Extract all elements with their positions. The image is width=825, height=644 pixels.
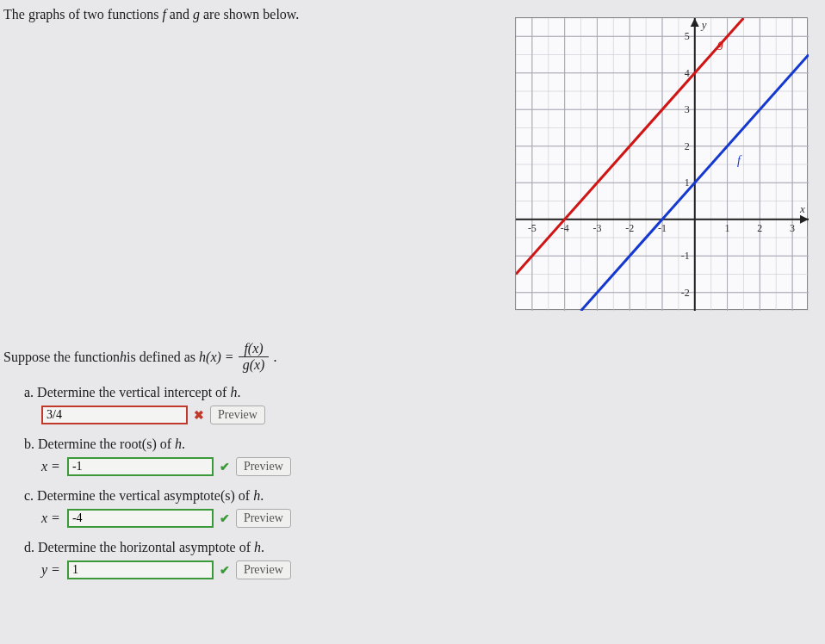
def-num: f(x)	[239, 341, 268, 357]
svg-text:-2: -2	[681, 287, 690, 299]
intro-g: g	[193, 7, 200, 22]
qb-fn: h	[175, 437, 182, 451]
def-den: g(x)	[238, 357, 270, 373]
eq-prefix-c: x =	[41, 511, 60, 526]
svg-marker-55	[800, 215, 809, 224]
qa-end: .	[237, 385, 240, 399]
graph-panel: -5-4-3-2-1123-2-112345xygf	[515, 17, 808, 310]
qd-label: d. Determine the horizontal asymptote of	[24, 540, 254, 554]
def-h: h	[120, 350, 127, 365]
question-a: a. Determine the vertical intercept of h…	[24, 385, 825, 400]
question-c: c. Determine the vertical asymptote(s) o…	[24, 488, 825, 504]
svg-text:g: g	[717, 37, 723, 50]
answer-input-c[interactable]	[67, 509, 214, 528]
svg-text:-2: -2	[625, 222, 634, 234]
def-fraction: f(x) g(x)	[238, 341, 270, 373]
svg-text:3: 3	[790, 222, 795, 234]
svg-text:3: 3	[685, 103, 690, 115]
preview-button[interactable]: Preview	[236, 457, 291, 476]
answer-row-b: x = ✔ Preview	[41, 457, 825, 476]
mark-right-icon: ✔	[219, 511, 231, 526]
answer-input-a[interactable]	[41, 406, 188, 424]
qb-label: b. Determine the root(s) of	[24, 437, 175, 451]
mark-right-icon: ✔	[219, 460, 231, 474]
svg-text:-1: -1	[681, 250, 690, 262]
def-prefix: Suppose the function	[3, 350, 120, 365]
svg-text:f: f	[737, 154, 742, 167]
mark-right-icon: ✔	[219, 563, 231, 578]
qc-fn: h	[253, 488, 260, 503]
svg-text:2: 2	[685, 140, 690, 152]
qd-end: .	[261, 540, 264, 554]
mark-wrong-icon: ✖	[193, 408, 205, 423]
question-d: d. Determine the horizontal asymptote of…	[24, 540, 825, 555]
function-graph: -5-4-3-2-1123-2-112345xygf	[516, 18, 809, 311]
svg-text:1: 1	[685, 176, 690, 189]
svg-text:2: 2	[757, 222, 762, 234]
svg-text:1: 1	[725, 222, 730, 234]
svg-text:-5: -5	[528, 222, 537, 234]
eq-prefix-d: y =	[41, 562, 60, 578]
definition-line: Suppose the function h is defined as h(x…	[3, 341, 825, 373]
preview-button[interactable]: Preview	[236, 509, 291, 528]
answer-row-c: x = ✔ Preview	[41, 509, 825, 528]
qb-end: .	[182, 437, 185, 451]
svg-text:4: 4	[685, 67, 690, 79]
qd-fn: h	[254, 540, 261, 554]
svg-text:5: 5	[685, 30, 690, 42]
def-mid: is defined as	[127, 350, 195, 365]
qc-label: c. Determine the vertical asymptote(s) o…	[24, 488, 253, 503]
answer-input-b[interactable]	[67, 457, 214, 476]
question-b: b. Determine the root(s) of h.	[24, 437, 825, 452]
svg-text:y: y	[700, 18, 707, 31]
answer-row-d: y = ✔ Preview	[41, 560, 825, 579]
intro-mid: and	[166, 7, 193, 22]
intro-prefix: The graphs of two functions	[3, 7, 162, 22]
answer-input-d[interactable]	[67, 560, 214, 579]
preview-button[interactable]: Preview	[210, 406, 265, 424]
intro-suffix: are shown below.	[200, 7, 299, 22]
def-period: .	[273, 350, 276, 365]
preview-button[interactable]: Preview	[236, 560, 291, 579]
def-lhs: h(x) =	[199, 350, 234, 365]
svg-marker-56	[691, 18, 699, 27]
eq-prefix-b: x =	[41, 459, 60, 474]
qa-label: a. Determine the vertical intercept of	[24, 385, 230, 399]
answer-row-a: ✖ Preview	[41, 406, 825, 424]
svg-text:-3: -3	[592, 222, 601, 234]
svg-text:x: x	[799, 202, 805, 215]
qc-end: .	[260, 488, 264, 503]
